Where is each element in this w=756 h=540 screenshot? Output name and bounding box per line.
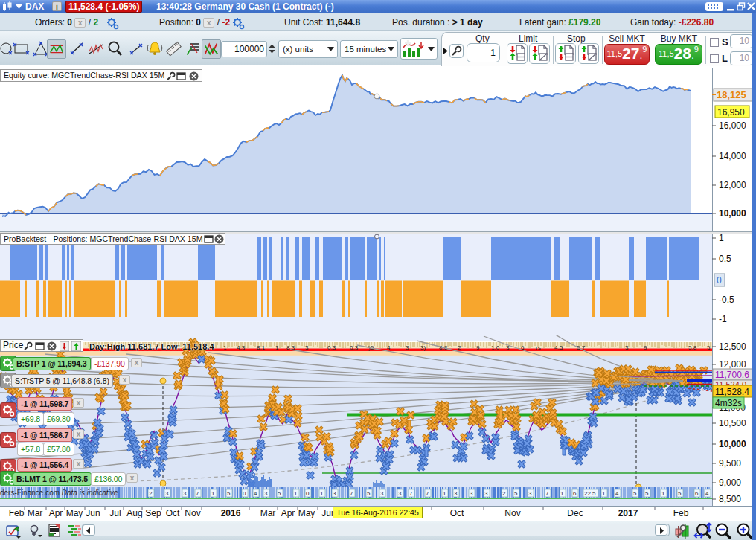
svg-text:4.5: 4.5 (554, 344, 563, 351)
svg-text:7: 7 (196, 490, 199, 497)
svg-text:5: 5 (367, 490, 371, 497)
svg-text:5: 5 (678, 490, 682, 497)
svg-text:4: 4 (705, 490, 709, 497)
svg-text:12,000: 12,000 (719, 359, 746, 370)
svg-text:8.1: 8.1 (257, 344, 266, 351)
svg-text:1: 1 (211, 490, 215, 497)
svg-text:7: 7 (545, 490, 549, 497)
svg-text:1.0: 1.0 (491, 344, 500, 351)
svg-text:3: 3 (625, 344, 629, 351)
svg-text:5: 5 (633, 490, 637, 497)
svg-text:6: 6 (573, 490, 577, 497)
svg-text:5: 5 (645, 490, 649, 497)
svg-text:1: 1 (560, 490, 564, 497)
svg-text:1: 1 (602, 490, 606, 497)
svg-text:11,528.4: 11,528.4 (715, 387, 749, 397)
svg-text:3: 3 (165, 490, 169, 497)
svg-text:7: 7 (350, 490, 353, 497)
svg-text:9,500: 9,500 (719, 458, 741, 469)
svg-text:rs: rs (536, 344, 541, 351)
svg-text:3: 3 (470, 490, 473, 497)
svg-text:4: 4 (615, 490, 619, 497)
svg-text:3: 3 (398, 490, 402, 497)
svg-text:10,000: 10,000 (719, 439, 746, 449)
svg-text:2: 2 (502, 490, 506, 497)
svg-text:5.8: 5.8 (688, 344, 697, 351)
svg-text:ders-Finance.com Data is indic: ders-Finance.com Data is indicative (0, 489, 118, 497)
svg-text:4: 4 (254, 490, 257, 497)
svg-text:0: 0 (243, 490, 246, 497)
svg-text:5: 5 (227, 490, 231, 497)
svg-text:9: 9 (644, 344, 647, 351)
svg-text:3: 3 (333, 490, 336, 497)
svg-text:7: 7 (409, 490, 413, 497)
svg-text:4: 4 (387, 344, 391, 351)
svg-text:3: 3 (380, 490, 384, 497)
svg-text:-1: -1 (719, 314, 727, 324)
svg-text:3: 3 (183, 490, 187, 497)
svg-text:3: 3 (454, 490, 458, 497)
svg-text:3: 3 (305, 344, 309, 351)
svg-text:2: 2 (149, 490, 153, 497)
svg-text:0.3: 0.3 (350, 344, 359, 351)
svg-text:7: 7 (426, 490, 429, 497)
svg-text:9: 9 (476, 344, 480, 351)
svg-text:12,500: 12,500 (719, 341, 746, 352)
svg-text:4m32s: 4m32s (715, 398, 742, 408)
svg-text:5: 5 (514, 490, 518, 497)
svg-text:18,125: 18,125 (717, 89, 746, 100)
svg-text:1: 1 (320, 490, 324, 497)
svg-text:1: 1 (443, 490, 446, 497)
svg-text:1: 1 (294, 490, 298, 497)
svg-text:1: 1 (719, 233, 724, 243)
svg-text:16,000: 16,000 (719, 120, 746, 131)
svg-text:22.5: 22.5 (584, 490, 596, 497)
svg-text:12,000: 12,000 (719, 180, 746, 190)
svg-text:9,000: 9,000 (719, 478, 741, 488)
svg-text:16,950: 16,950 (717, 107, 745, 118)
svg-text:10,500: 10,500 (719, 418, 746, 428)
svg-text:5: 5 (278, 490, 281, 497)
svg-text:1: 1 (662, 490, 665, 497)
svg-text:3): 3) (420, 344, 426, 351)
svg-text:10,000: 10,000 (719, 208, 746, 219)
svg-text:4.3: 4.3 (237, 344, 246, 351)
svg-text:-0.5: -0.5 (719, 295, 734, 305)
svg-text:0.3: 0.3 (327, 344, 336, 351)
svg-text:8,500: 8,500 (719, 494, 741, 504)
svg-text:0.5: 0.5 (719, 254, 731, 264)
svg-text:0: 0 (717, 275, 722, 286)
svg-text:11,700.6: 11,700.6 (715, 370, 749, 380)
svg-text:3: 3 (484, 490, 488, 497)
svg-text:1: 1 (223, 344, 227, 351)
svg-text:3: 3 (528, 490, 532, 497)
svg-text:3: 3 (264, 490, 268, 497)
svg-text:6: 6 (695, 490, 699, 497)
svg-text:3: 3 (406, 344, 409, 351)
svg-text:14,000: 14,000 (719, 151, 746, 161)
svg-text:1: 1 (275, 344, 279, 351)
svg-text:0: 0 (306, 490, 310, 497)
svg-text:2: 2 (458, 344, 461, 351)
svg-text:5: 5 (707, 344, 711, 351)
